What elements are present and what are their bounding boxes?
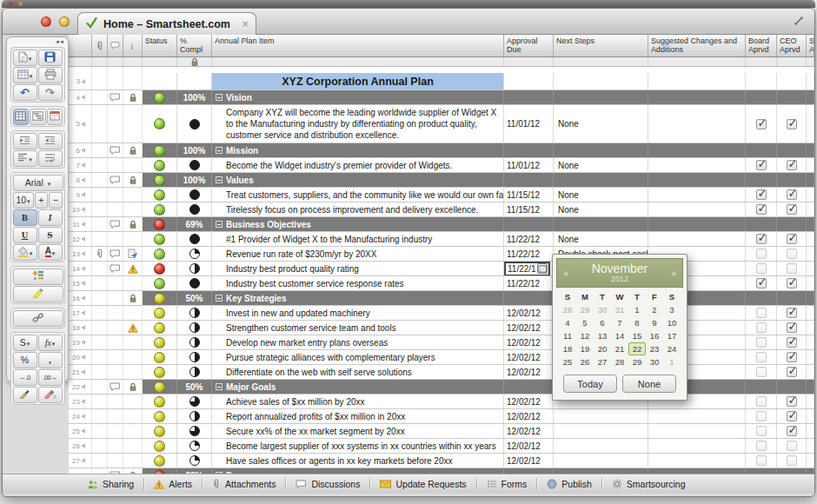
cell-pct[interactable]: [177, 424, 212, 438]
column-header-board[interactable]: Board Aprvd: [746, 35, 777, 57]
cell-pct[interactable]: [177, 202, 212, 216]
cell-action[interactable]: [123, 67, 143, 73]
calendar-day[interactable]: 8: [628, 316, 646, 329]
board-approved-checkbox-unchecked[interactable]: [756, 426, 767, 436]
ceo-approved-checkbox-checked[interactable]: [787, 322, 797, 333]
cell-sug[interactable]: [648, 105, 746, 143]
cell-board[interactable]: [746, 247, 777, 261]
calendar-day[interactable]: 27: [594, 355, 611, 368]
cell-next[interactable]: [554, 143, 648, 157]
row-number[interactable]: 24: [69, 409, 92, 423]
cell-sug[interactable]: [648, 409, 746, 423]
cell-action[interactable]: [123, 202, 143, 216]
cell-status[interactable]: [143, 232, 177, 246]
row-number[interactable]: 19: [69, 335, 92, 349]
cell-attach[interactable]: [92, 380, 108, 394]
calendar-prev-month-button[interactable]: «: [557, 269, 575, 278]
cell-due[interactable]: 12/02/12: [504, 454, 554, 468]
cell-board[interactable]: [746, 306, 777, 320]
board-approved-checkbox-unchecked[interactable]: [756, 455, 767, 466]
column-header-ceo[interactable]: CEO Aprvd: [777, 35, 807, 57]
cell-comment[interactable]: [108, 158, 123, 172]
collapse-section-icon[interactable]: [216, 176, 223, 183]
cell-attach[interactable]: [92, 424, 108, 438]
board-approved-checkbox-unchecked[interactable]: [756, 337, 767, 348]
cell-pct[interactable]: [177, 454, 212, 468]
cell-part[interactable]: [807, 380, 814, 394]
cell-board[interactable]: [746, 143, 777, 157]
cell-status[interactable]: [143, 217, 177, 231]
cell-due[interactable]: 11/01/12: [504, 158, 554, 172]
cell-attach[interactable]: [92, 73, 108, 90]
collapse-section-icon[interactable]: [216, 94, 223, 101]
cell-board[interactable]: [746, 188, 777, 202]
board-approved-checkbox-checked[interactable]: [756, 189, 767, 200]
cell-part[interactable]: [807, 173, 814, 187]
calendar-day[interactable]: 28: [611, 355, 628, 368]
calendar-day[interactable]: 29: [628, 355, 646, 368]
cell-part[interactable]: [807, 143, 814, 157]
cell-ceo[interactable]: [777, 380, 807, 394]
calendar-day[interactable]: 14: [611, 329, 628, 342]
calendar-day[interactable]: 1: [628, 303, 646, 316]
cell-comment[interactable]: [108, 321, 123, 335]
row-number[interactable]: 26: [69, 439, 92, 453]
cell-ceo[interactable]: [777, 67, 807, 73]
column-header-pct[interactable]: % Compl: [177, 35, 212, 57]
cell-board[interactable]: [746, 365, 777, 379]
board-approved-checkbox-checked[interactable]: [756, 278, 767, 288]
cell-board[interactable]: [746, 73, 777, 90]
cell-comment[interactable]: [108, 350, 123, 364]
cell-ceo[interactable]: [777, 276, 807, 290]
cell-comment[interactable]: [108, 232, 123, 246]
section-name-cell[interactable]: Key Strategies: [212, 291, 504, 305]
cell-comment[interactable]: [108, 67, 123, 73]
row-number[interactable]: 15: [69, 276, 92, 290]
gantt-view-button[interactable]: [30, 109, 46, 125]
open-date-picker-button[interactable]: [537, 263, 548, 274]
redo-button[interactable]: ↷: [38, 84, 63, 101]
calendar-day[interactable]: 24: [663, 342, 681, 355]
cell-ceo[interactable]: [777, 454, 807, 468]
cell-attach[interactable]: [92, 350, 108, 364]
cell-attach[interactable]: [92, 365, 108, 379]
cell-next[interactable]: [554, 439, 648, 453]
cell-status[interactable]: [143, 409, 177, 423]
cell-next[interactable]: [554, 90, 648, 104]
task-cell[interactable]: Report annualized profits of $xx million…: [212, 409, 504, 423]
calendar-day[interactable]: 5: [576, 316, 594, 329]
cell-ceo[interactable]: [777, 188, 807, 202]
row-number[interactable]: 12: [69, 232, 92, 246]
cell-board[interactable]: [746, 276, 777, 290]
task-cell[interactable]: Pursue strategic alliances with compleme…: [212, 350, 504, 364]
cell-ceo[interactable]: [777, 291, 807, 305]
lock-icon[interactable]: [123, 380, 143, 394]
cell-ceo[interactable]: [777, 409, 807, 423]
cell-board[interactable]: [746, 90, 777, 104]
row-number[interactable]: 11: [69, 217, 92, 231]
cell-comment[interactable]: [108, 424, 123, 438]
cell-next[interactable]: None: [554, 202, 648, 216]
cell-due[interactable]: [504, 73, 554, 90]
cell-part[interactable]: [807, 365, 814, 379]
conditional-formatting-button[interactable]: [13, 269, 63, 285]
row-number[interactable]: 16: [69, 291, 92, 305]
cell-part[interactable]: [807, 291, 814, 305]
cell-attach[interactable]: [92, 232, 108, 246]
cell-ceo[interactable]: [777, 395, 807, 408]
task-cell[interactable]: Secure xx% of the xx market segment by 2…: [212, 424, 504, 438]
minimize-window-button[interactable]: [59, 17, 70, 27]
row-number[interactable]: 20: [69, 350, 92, 364]
cell-action[interactable]: [123, 409, 143, 423]
currency-format-button[interactable]: S: [13, 335, 37, 351]
thousands-separator-button[interactable]: ,: [38, 352, 63, 368]
calendar-day[interactable]: 9: [646, 316, 663, 329]
cell-board[interactable]: [746, 217, 777, 231]
cell-comment[interactable]: [108, 365, 123, 379]
cell-next[interactable]: [554, 173, 648, 187]
cell-ceo[interactable]: [777, 158, 807, 172]
insert-button[interactable]: [13, 67, 37, 83]
cell-ceo[interactable]: [777, 335, 807, 349]
cell-due[interactable]: [504, 217, 554, 231]
calendar-day[interactable]: 6: [594, 316, 611, 329]
